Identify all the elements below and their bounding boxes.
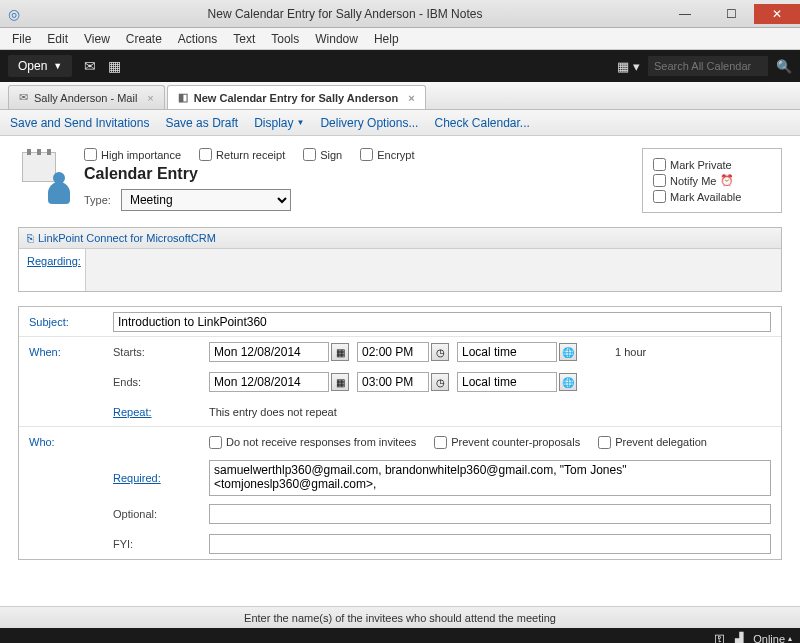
window-title: New Calendar Entry for Sally Anderson - … xyxy=(28,7,662,21)
prevent-counter-checkbox[interactable]: Prevent counter-proposals xyxy=(434,436,580,449)
search-icon[interactable]: 🔍 xyxy=(776,59,792,74)
menu-edit[interactable]: Edit xyxy=(39,30,76,48)
menu-window[interactable]: Window xyxy=(307,30,366,48)
optional-input[interactable] xyxy=(209,504,771,524)
mark-available-checkbox[interactable]: Mark Available xyxy=(653,190,771,203)
tab-calendar-entry[interactable]: ◧ New Calendar Entry for Sally Anderson … xyxy=(167,85,426,109)
tab-label: Sally Anderson - Mail xyxy=(34,92,137,104)
fyi-input[interactable] xyxy=(209,534,771,554)
when-label: When: xyxy=(29,346,113,358)
bottombar: ⚿ ▟ Online ▴ xyxy=(0,628,800,643)
chevron-down-icon: ▼ xyxy=(297,118,305,127)
fyi-label: FYI: xyxy=(113,538,209,550)
toolbar: Open ▼ ✉ ▦ ▦ ▾ 🔍 xyxy=(0,50,800,82)
return-receipt-checkbox[interactable]: Return receipt xyxy=(199,148,285,161)
chevron-down-icon: ▼ xyxy=(53,61,62,71)
close-icon[interactable]: × xyxy=(147,92,153,104)
status-hint: Enter the name(s) of the invitees who sh… xyxy=(244,612,556,624)
tab-mail[interactable]: ✉ Sally Anderson - Mail × xyxy=(8,85,165,109)
menu-view[interactable]: View xyxy=(76,30,118,48)
close-icon[interactable]: × xyxy=(408,92,414,104)
menu-file[interactable]: File xyxy=(4,30,39,48)
ends-label: Ends: xyxy=(113,376,209,388)
type-select[interactable]: Meeting xyxy=(121,189,291,211)
mark-private-checkbox[interactable]: Mark Private xyxy=(653,158,771,171)
menu-actions[interactable]: Actions xyxy=(170,30,225,48)
duration-text: 1 hour xyxy=(615,346,646,358)
content: High importance Return receipt Sign Encr… xyxy=(0,136,800,606)
start-time-input[interactable] xyxy=(357,342,429,362)
minimize-button[interactable]: — xyxy=(662,4,708,24)
prevent-delegation-checkbox[interactable]: Prevent delegation xyxy=(598,436,707,449)
titlebar: ◎ New Calendar Entry for Sally Anderson … xyxy=(0,0,800,28)
tz-picker-icon[interactable]: 🌐 xyxy=(559,373,577,391)
menu-create[interactable]: Create xyxy=(118,30,170,48)
open-button[interactable]: Open ▼ xyxy=(8,55,72,77)
optional-label: Optional: xyxy=(113,508,209,520)
repeat-text: This entry does not repeat xyxy=(209,406,337,418)
mail-tab-icon: ✉ xyxy=(19,91,28,104)
menu-tools[interactable]: Tools xyxy=(263,30,307,48)
sign-checkbox[interactable]: Sign xyxy=(303,148,342,161)
tz-picker-icon[interactable]: 🌐 xyxy=(559,343,577,361)
display-button[interactable]: Display ▼ xyxy=(254,116,304,130)
link-icon: ⎘ xyxy=(27,232,34,244)
check-calendar-button[interactable]: Check Calendar... xyxy=(434,116,529,130)
date-picker-icon[interactable]: ▦ xyxy=(331,373,349,391)
notify-me-checkbox[interactable]: Notify Me ⏰ xyxy=(653,174,771,187)
starts-label: Starts: xyxy=(113,346,209,358)
encrypt-checkbox[interactable]: Encrypt xyxy=(360,148,414,161)
online-status[interactable]: Online xyxy=(753,633,785,644)
tab-label: New Calendar Entry for Sally Anderson xyxy=(194,92,398,104)
date-picker-icon[interactable]: ▦ xyxy=(331,343,349,361)
calendar-grid-icon[interactable]: ▦ xyxy=(108,58,121,74)
menu-help[interactable]: Help xyxy=(366,30,407,48)
type-label: Type: xyxy=(84,194,111,206)
who-label: Who: xyxy=(29,436,113,448)
statusbar: Enter the name(s) of the invitees who sh… xyxy=(0,606,800,628)
save-send-button[interactable]: Save and Send Invitations xyxy=(10,116,149,130)
close-button[interactable]: ✕ xyxy=(754,4,800,24)
regarding-field[interactable] xyxy=(85,249,781,291)
subject-label: Subject: xyxy=(29,316,113,328)
mail-icon[interactable]: ✉ xyxy=(84,58,96,74)
calendar-entry-icon xyxy=(18,148,74,204)
menu-text[interactable]: Text xyxy=(225,30,263,48)
required-link[interactable]: Required: xyxy=(113,472,161,484)
actionbar: Save and Send Invitations Save as Draft … xyxy=(0,110,800,136)
high-importance-checkbox[interactable]: High importance xyxy=(84,148,181,161)
save-draft-button[interactable]: Save as Draft xyxy=(165,116,238,130)
search-input[interactable] xyxy=(648,56,768,76)
entry-title: Calendar Entry xyxy=(84,165,642,183)
chevron-up-icon[interactable]: ▴ xyxy=(788,634,792,643)
tabbar: ✉ Sally Anderson - Mail × ◧ New Calendar… xyxy=(0,82,800,110)
start-tz-input[interactable] xyxy=(457,342,557,362)
subject-input[interactable] xyxy=(113,312,771,332)
end-date-input[interactable] xyxy=(209,372,329,392)
regarding-panel: ⎘ LinkPoint Connect for MicrosoftCRM Reg… xyxy=(18,227,782,292)
open-label: Open xyxy=(18,59,47,73)
network-icon[interactable]: ▟ xyxy=(735,632,743,643)
key-icon[interactable]: ⚿ xyxy=(714,633,725,644)
clock-icon: ⏰ xyxy=(720,174,734,187)
display-label: Display xyxy=(254,116,293,130)
app-icon: ◎ xyxy=(0,6,28,22)
privacy-box: Mark Private Notify Me ⏰ Mark Available xyxy=(642,148,782,213)
required-input[interactable] xyxy=(209,460,771,496)
end-time-input[interactable] xyxy=(357,372,429,392)
regarding-label[interactable]: Regarding: xyxy=(19,249,85,291)
repeat-link[interactable]: Repeat: xyxy=(113,406,152,418)
end-tz-input[interactable] xyxy=(457,372,557,392)
start-date-input[interactable] xyxy=(209,342,329,362)
no-responses-checkbox[interactable]: Do not receive responses from invitees xyxy=(209,436,416,449)
regarding-section-title: LinkPoint Connect for MicrosoftCRM xyxy=(38,232,216,244)
calendar-tab-icon: ◧ xyxy=(178,91,188,104)
menubar: File Edit View Create Actions Text Tools… xyxy=(0,28,800,50)
time-picker-icon[interactable]: ◷ xyxy=(431,373,449,391)
delivery-options-button[interactable]: Delivery Options... xyxy=(320,116,418,130)
form-panel: Subject: When: Starts: ▦ ◷ 🌐 1 hour Ends… xyxy=(18,306,782,560)
maximize-button[interactable]: ☐ xyxy=(708,4,754,24)
calendar-dropdown-icon[interactable]: ▦ ▾ xyxy=(617,59,640,74)
time-picker-icon[interactable]: ◷ xyxy=(431,343,449,361)
